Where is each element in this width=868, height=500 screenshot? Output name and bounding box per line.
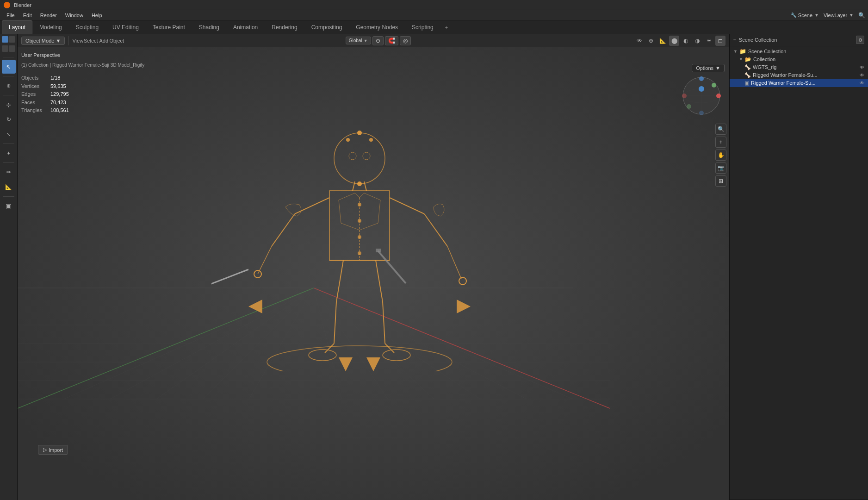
- add-object-tool[interactable]: ▣: [2, 199, 16, 213]
- rotate-tool[interactable]: ↻: [2, 112, 16, 126]
- tab-geometry-nodes[interactable]: Geometry Nodes: [349, 20, 405, 34]
- svg-line-26: [295, 198, 329, 214]
- move-tool[interactable]: ⊹: [2, 98, 16, 112]
- rigged-warrior-1-name: Rigged Warrior Female-Su...: [753, 72, 858, 78]
- scale-tool[interactable]: ⤡: [2, 127, 16, 141]
- annotate-tool[interactable]: ✏: [2, 165, 16, 179]
- tab-scripting[interactable]: Scripting: [405, 20, 440, 34]
- toolbar-separator-6: [3, 196, 14, 197]
- outliner-rigged-warrior-2[interactable]: ▣ Rigged Warrior Female-Su... 👁: [730, 79, 868, 87]
- svg-line-14: [314, 288, 573, 399]
- svg-point-67: [682, 94, 687, 98]
- gizmo-btn[interactable]: ⊕: [646, 36, 656, 46]
- visibility2-icon[interactable]: 👁: [860, 73, 864, 78]
- outliner-scene-collection[interactable]: ▼ 📁 Scene Collection: [730, 47, 868, 56]
- object-mode-dropdown[interactable]: Object Mode ▼: [21, 37, 65, 45]
- menu-render[interactable]: Render: [37, 12, 61, 19]
- mode-btn-3[interactable]: [2, 45, 8, 52]
- snap-btn[interactable]: 🧲: [385, 36, 398, 45]
- zoom-fit-icon[interactable]: 🔍: [715, 124, 726, 135]
- overlays-btn[interactable]: 👁: [634, 36, 645, 46]
- tab-texture-paint[interactable]: Texture Paint: [146, 20, 192, 34]
- outliner-wgts-rig[interactable]: 🦴 WGTS_rig 👁: [730, 63, 868, 71]
- zoom-in-icon[interactable]: +: [715, 137, 726, 148]
- view-menu[interactable]: View: [73, 36, 83, 46]
- visibility-icon[interactable]: 👁: [860, 65, 864, 70]
- collection-expand: ▼: [739, 57, 743, 62]
- import-button[interactable]: ▷ Import: [38, 445, 68, 455]
- transform-global-btn[interactable]: Global ▼: [346, 37, 371, 44]
- toolbar-separator-3: [3, 95, 14, 95]
- vertices-label: Vertices: [21, 82, 47, 91]
- toolbar-separator-5: [3, 162, 14, 163]
- tab-layout[interactable]: Layout: [2, 20, 32, 34]
- visibility3-icon[interactable]: 👁: [860, 81, 864, 86]
- add-menu[interactable]: Add: [99, 36, 109, 46]
- svg-point-37: [309, 350, 336, 361]
- tab-rendering[interactable]: Rendering: [265, 20, 304, 34]
- proportional-edit-btn[interactable]: ◎: [400, 36, 411, 45]
- outliner-collection[interactable]: ▼ 📂 Collection: [730, 56, 868, 63]
- perspective-label: User Perspective: [21, 51, 144, 60]
- svg-line-6: [156, 288, 314, 399]
- pan-icon[interactable]: ✋: [715, 150, 726, 161]
- viewport-content[interactable]: User Perspective (1) Collection | Rigged…: [18, 47, 729, 500]
- select-tool[interactable]: ↖: [2, 60, 16, 74]
- options-button[interactable]: Options ▼: [692, 64, 725, 72]
- svg-line-36: [325, 344, 334, 353]
- measure-tool[interactable]: 📐: [2, 180, 16, 194]
- menu-file[interactable]: File: [3, 12, 19, 19]
- svg-point-65: [699, 111, 704, 115]
- transform-pivot-btn[interactable]: ⊙: [372, 36, 384, 45]
- shading-material-btn[interactable]: ◐: [681, 36, 691, 46]
- svg-point-51: [358, 203, 361, 206]
- object-menu[interactable]: Object: [112, 36, 122, 46]
- mode-btn-1[interactable]: [2, 36, 8, 43]
- svg-point-42: [267, 346, 452, 371]
- vertices-value: 59,635: [50, 82, 66, 91]
- mode-btn-4[interactable]: [9, 45, 15, 52]
- mode-btn-2[interactable]: [9, 36, 15, 43]
- toolbar-separator-2: [3, 76, 14, 76]
- menu-help[interactable]: Help: [88, 12, 106, 19]
- rendered-btn[interactable]: ☀: [704, 36, 714, 46]
- outliner-rigged-warrior-1[interactable]: 🦴 Rigged Warrior Female-Su... 👁: [730, 71, 868, 79]
- select-menu[interactable]: Select: [86, 36, 96, 46]
- viewport-area[interactable]: Object Mode ▼ View Select Add Object Glo…: [18, 34, 729, 500]
- transform-tool[interactable]: ✦: [2, 146, 16, 160]
- svg-marker-43: [248, 300, 262, 313]
- menu-window[interactable]: Window: [62, 12, 87, 19]
- shading-render-btn[interactable]: ◑: [692, 36, 702, 46]
- tab-modeling[interactable]: Modeling: [32, 20, 69, 34]
- navigation-gizmo[interactable]: [681, 75, 722, 117]
- add-workspace-tab[interactable]: +: [440, 20, 453, 34]
- outliner-filter-btn[interactable]: ⚙: [856, 36, 864, 44]
- left-toolbar: ↖ ⊕ ⊹ ↻ ⤡ ✦ ✏ 📐: [0, 34, 18, 500]
- svg-line-3: [314, 288, 610, 408]
- svg-point-41: [383, 350, 410, 361]
- chevron-down-icon: ▼: [56, 38, 61, 44]
- outliner-content[interactable]: ▼ 📁 Scene Collection ▼ 📂 Collection 🦴 WG…: [730, 46, 868, 500]
- mesh-icon: ▣: [744, 80, 749, 86]
- svg-line-25: [364, 181, 366, 191]
- shading-solid-btn[interactable]: ⬤: [669, 36, 679, 46]
- tab-sculpting[interactable]: Sculpting: [69, 20, 105, 34]
- tab-animation[interactable]: Animation: [226, 20, 265, 34]
- wgts-rig-name: WGTS_rig: [753, 64, 858, 70]
- snap-view-btn[interactable]: 📐: [657, 36, 668, 46]
- svg-point-56: [254, 270, 261, 278]
- tab-compositing[interactable]: Compositing: [304, 20, 349, 34]
- tab-shading[interactable]: Shading: [192, 20, 226, 34]
- svg-point-54: [358, 251, 361, 255]
- cursor-tool[interactable]: ⊕: [2, 79, 16, 93]
- render-region-icon[interactable]: ⊞: [715, 175, 726, 187]
- xray-btn[interactable]: ◻: [715, 36, 725, 46]
- svg-line-38: [376, 260, 383, 302]
- camera-icon[interactable]: 📷: [715, 162, 726, 174]
- triangles-value: 108,561: [50, 106, 69, 115]
- svg-line-28: [272, 214, 295, 246]
- menu-edit[interactable]: Edit: [19, 12, 36, 19]
- tab-uv-editing[interactable]: UV Editing: [105, 20, 146, 34]
- svg-point-53: [358, 235, 361, 239]
- svg-point-57: [459, 277, 466, 285]
